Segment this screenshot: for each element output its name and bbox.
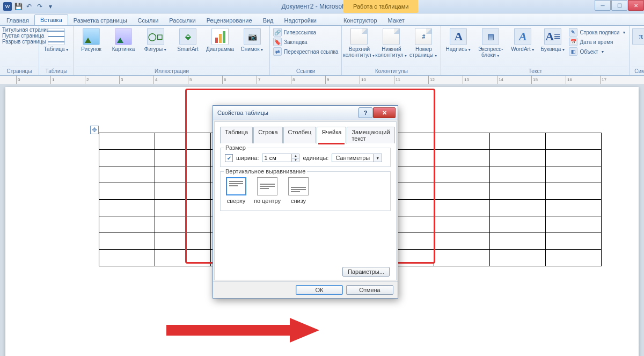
annotation-arrow-icon	[166, 317, 322, 344]
datetime-button[interactable]: 📅Дата и время	[569, 38, 626, 46]
width-spinner[interactable]: ▲▼	[262, 154, 299, 162]
options-button[interactable]: Параметры...	[342, 267, 390, 277]
ribbon: Титульная страница▼ Пустая страница Разр…	[0, 26, 644, 76]
crossref-button[interactable]: ⇄Перекрестная ссылка	[273, 47, 338, 56]
svg-marker-0	[166, 318, 319, 343]
maximize-button[interactable]: ☐	[611, 0, 627, 11]
group-headerfooter: Верхний колонтитул▼ Нижний колонтитул▼ #…	[342, 26, 441, 75]
object-button[interactable]: ◧Объект▼	[569, 47, 626, 56]
dialog-tab-column[interactable]: Столбец	[283, 127, 317, 143]
header-icon	[350, 28, 368, 45]
datetime-icon: 📅	[569, 38, 577, 46]
picture-icon	[83, 28, 100, 45]
group-tables-label: Таблицы	[41, 67, 71, 75]
smartart-icon: ⬙	[179, 28, 196, 45]
footer-button[interactable]: Нижний колонтитул▼	[376, 27, 406, 59]
tab-view[interactable]: Вид	[258, 16, 279, 25]
textbox-icon: A	[450, 28, 467, 45]
save-icon[interactable]: 💾	[14, 2, 23, 11]
valign-top-option[interactable]: сверху	[226, 177, 246, 204]
screenshot-icon: 📷	[244, 28, 261, 45]
group-pages: Титульная страница▼ Пустая страница Разр…	[0, 26, 39, 75]
clipart-button[interactable]: Картинка	[108, 27, 138, 52]
hyperlink-icon: 🔗	[273, 28, 282, 37]
table-move-handle-icon[interactable]: ✥	[90, 126, 99, 134]
dialog-footer: ОК Отмена	[213, 281, 398, 298]
footer-icon	[383, 28, 400, 45]
tab-table-design[interactable]: Конструктор	[338, 16, 383, 25]
header-button[interactable]: Верхний колонтитул▼	[344, 27, 374, 59]
minimize-button[interactable]: ─	[595, 0, 611, 11]
ribbon-tabs: Главная Вставка Разметка страницы Ссылки…	[0, 13, 644, 26]
wordart-icon: A	[514, 28, 531, 45]
object-icon: ◧	[569, 47, 577, 56]
screenshot-button[interactable]: 📷Снимок▼	[237, 27, 267, 53]
quick-access-toolbar: W 💾 ↶ ↷ ▾	[0, 2, 58, 11]
size-fieldset: Размер ✔ ширина: ▲▼ единицы: Сантиметры …	[220, 148, 391, 167]
tab-mailings[interactable]: Рассылки	[164, 16, 201, 25]
qat-customize-icon[interactable]: ▾	[46, 2, 55, 11]
units-value: Сантиметры	[332, 154, 373, 162]
tab-table-layout[interactable]: Макет	[383, 16, 410, 25]
ok-button[interactable]: ОК	[296, 285, 343, 295]
width-label: ширина:	[236, 155, 259, 161]
spin-up-icon[interactable]: ▲	[291, 154, 299, 158]
quickparts-button[interactable]: ▤Экспресс-блоки▼	[475, 27, 506, 59]
crossref-icon: ⇄	[273, 47, 282, 56]
valign-center-option[interactable]: по центру	[254, 177, 281, 204]
group-pages-label: Страницы	[2, 67, 36, 75]
shapes-icon: ◯◻	[147, 28, 164, 45]
units-combo[interactable]: Сантиметры ▼	[332, 154, 382, 162]
valign-top-icon	[226, 177, 246, 195]
wordart-button[interactable]: AWordArt▼	[508, 27, 538, 53]
tab-review[interactable]: Рецензирование	[201, 16, 258, 25]
valign-bottom-option[interactable]: снизу	[288, 177, 309, 204]
group-symbols-label: Симво	[632, 67, 644, 75]
dialog-titlebar[interactable]: Свойства таблицы ? ✕	[213, 106, 398, 120]
bookmark-icon: 🔖	[273, 38, 282, 46]
dialog-tab-row[interactable]: Строка	[253, 127, 282, 143]
group-illustrations: Рисунок Картинка ◯◻Фигуры▼ ⬙SmartArt Диа…	[74, 26, 270, 75]
undo-icon[interactable]: ↶	[25, 2, 33, 11]
dialog-close-button[interactable]: ✕	[373, 107, 396, 118]
close-button[interactable]: ✕	[628, 0, 644, 11]
cancel-button[interactable]: Отмена	[346, 285, 393, 295]
group-symbols: π Симво	[630, 26, 644, 75]
dialog-help-button[interactable]: ?	[358, 107, 372, 118]
dialog-tab-table[interactable]: Таблица	[220, 127, 253, 143]
table-icon	[48, 28, 65, 45]
titlebar: W 💾 ↶ ↷ ▾ Документ2 - Microsoft Word Раб…	[0, 0, 644, 13]
smartart-button[interactable]: ⬙SmartArt	[173, 27, 203, 52]
hyperlink-button[interactable]: 🔗Гиперссылка	[273, 28, 338, 37]
chart-icon	[211, 28, 229, 45]
dropcap-button[interactable]: A≡Буквица▼	[540, 27, 566, 53]
sigline-button[interactable]: ✎Строка подписи▼	[569, 28, 626, 37]
blank-page-button[interactable]: Пустая страница	[2, 33, 44, 39]
dialog-title: Свойства таблицы	[217, 110, 268, 116]
shapes-button[interactable]: ◯◻Фигуры▼	[141, 27, 171, 53]
textbox-button[interactable]: AНадпись▼	[443, 27, 473, 53]
equation-button[interactable]: π	[632, 27, 644, 46]
table-properties-dialog: Свойства таблицы ? ✕ Таблица Строка Стол…	[213, 105, 398, 299]
table-button[interactable]: Таблица▼	[41, 27, 71, 53]
word-icon: W	[3, 2, 12, 11]
width-checkbox[interactable]: ✔	[225, 154, 233, 162]
tab-references[interactable]: Ссылки	[133, 16, 164, 25]
pagenum-button[interactable]: #Номер страницы▼	[408, 27, 438, 59]
valign-bottom-icon	[288, 177, 309, 195]
group-headerfooter-label: Колонтитулы	[344, 67, 438, 75]
spin-down-icon[interactable]: ▼	[291, 158, 299, 162]
width-input[interactable]	[262, 154, 291, 162]
bookmark-button[interactable]: 🔖Закладка	[273, 38, 338, 46]
dialog-tab-cell[interactable]: Ячейка	[317, 127, 346, 143]
dialog-tab-alttext[interactable]: Замещающий текст	[347, 127, 394, 143]
redo-icon[interactable]: ↷	[35, 2, 44, 11]
tab-page-layout[interactable]: Разметка страницы	[68, 16, 133, 25]
tab-addins[interactable]: Надстройки	[279, 16, 322, 25]
tab-home[interactable]: Главная	[1, 16, 34, 25]
chevron-down-icon[interactable]: ▼	[373, 154, 382, 162]
picture-button[interactable]: Рисунок	[76, 27, 106, 52]
tab-insert[interactable]: Вставка	[34, 14, 68, 25]
chart-button[interactable]: Диаграмма	[205, 27, 235, 52]
sigline-icon: ✎	[569, 28, 577, 37]
